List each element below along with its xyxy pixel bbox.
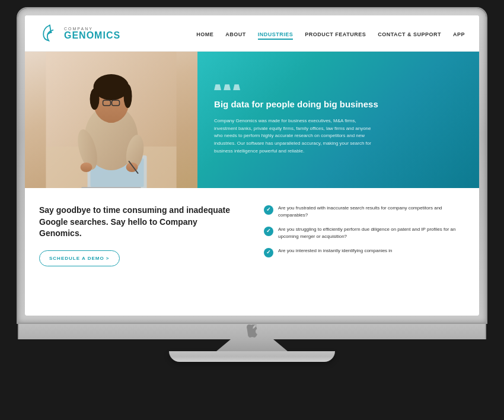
monitor-stand-top <box>216 339 288 351</box>
quote-mark-3 <box>233 84 240 90</box>
website: COMPANY GENOMICS HOME ABOUT INDUSTRIES <box>25 15 479 316</box>
apple-logo-icon <box>245 324 259 338</box>
logo-icon <box>39 23 60 44</box>
hero-image <box>25 52 197 188</box>
hero-section: Big data for people doing big business C… <box>25 52 479 188</box>
lower-section: Say goodbye to time consuming and inadeq… <box>25 188 479 283</box>
svg-point-10 <box>90 88 100 110</box>
monitor-body: COMPANY GENOMICS HOME ABOUT INDUSTRIES <box>18 8 486 323</box>
hero-description: Company Genomics was made for business e… <box>214 117 380 155</box>
monitor-stand-base <box>169 351 335 362</box>
monitor-screen: COMPANY GENOMICS HOME ABOUT INDUSTRIES <box>25 15 479 316</box>
check-item-1: Are you frustrated with inaccurate searc… <box>264 205 465 219</box>
hero-content: Big data for people doing big business C… <box>197 52 479 188</box>
quote-mark-1 <box>214 84 221 90</box>
svg-point-17 <box>81 163 92 172</box>
svg-point-11 <box>124 84 132 108</box>
nav-item-contact[interactable]: CONTACT & SUPPORT <box>378 28 441 39</box>
logo-genomics-label: GENOMICS <box>64 31 120 40</box>
hero-image-bg <box>25 52 197 188</box>
nav-item-home[interactable]: HOME <box>196 28 213 39</box>
check-item-2: Are you struggling to efficiently perfor… <box>264 226 465 240</box>
lower-left: Say goodbye to time consuming and inadeq… <box>39 205 246 266</box>
nav-item-about[interactable]: ABOUT <box>225 28 246 39</box>
logo-text: COMPANY GENOMICS <box>64 27 120 40</box>
lower-heading: Say goodbye to time consuming and inadeq… <box>39 205 240 240</box>
check-icon-1 <box>264 205 273 215</box>
check-icon-3 <box>264 248 273 257</box>
check-icon-2 <box>264 227 273 236</box>
nav-item-industries[interactable]: INDUSTRIES <box>258 28 294 39</box>
nav-item-product-features[interactable]: PRODUCT FEATURES <box>305 28 366 39</box>
person-illustration <box>25 52 197 188</box>
nav-links: HOME ABOUT INDUSTRIES PRODUCT FEATURES C <box>196 28 465 39</box>
quote-mark-2 <box>224 84 231 90</box>
quote-marks <box>214 84 462 90</box>
navigation: COMPANY GENOMICS HOME ABOUT INDUSTRIES <box>25 15 479 52</box>
monitor: COMPANY GENOMICS HOME ABOUT INDUSTRIES <box>12 8 492 412</box>
hero-title: Big data for people doing big business <box>214 98 462 110</box>
svg-point-0 <box>50 31 52 33</box>
schedule-demo-button[interactable]: SCHEDULE A DEMO > <box>39 250 120 266</box>
check-item-3: Are you interested in instantly identify… <box>264 247 465 257</box>
logo: COMPANY GENOMICS <box>39 23 120 44</box>
monitor-chin <box>18 323 486 339</box>
lower-right: Are you frustrated with inaccurate searc… <box>264 205 465 266</box>
nav-item-app[interactable]: APP <box>453 28 465 39</box>
